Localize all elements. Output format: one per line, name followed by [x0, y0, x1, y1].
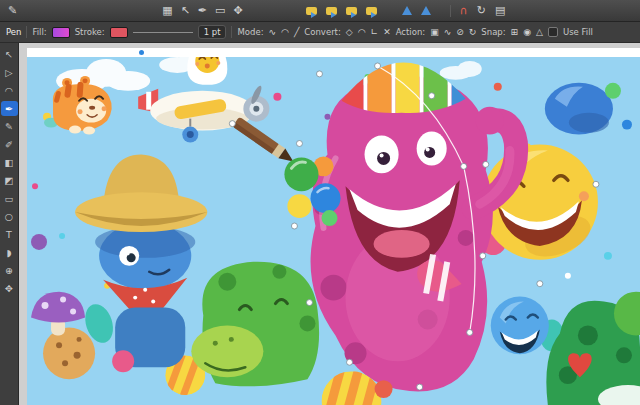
zoom-tool[interactable]: ⊕	[1, 263, 18, 278]
purple-ball	[31, 234, 47, 250]
transform-icon[interactable]: ✥	[233, 5, 242, 16]
move-tool[interactable]: ↖	[1, 47, 18, 62]
mode-line-icon[interactable]: ╱	[294, 28, 299, 37]
hand-tool[interactable]: ✥	[1, 281, 18, 296]
artboard	[27, 48, 640, 405]
artboard-icon[interactable]: ▦	[162, 5, 172, 16]
egg-pilot	[187, 57, 227, 85]
stroke-color-swatch[interactable]	[110, 27, 128, 38]
convert-corner-icon[interactable]: ∟	[371, 28, 379, 37]
brush-tool[interactable]: ✐	[1, 137, 18, 152]
context-divider	[26, 26, 27, 38]
shape-icon[interactable]: ▭	[215, 5, 225, 16]
pencil-tool[interactable]: ✎	[1, 119, 18, 134]
snap-angle-icon[interactable]: △	[536, 28, 543, 37]
insert-on-top-icon[interactable]	[346, 7, 357, 15]
misc-icon-group: ∩ ↻ ▤	[450, 5, 506, 17]
node-tool[interactable]: ▷	[1, 65, 18, 80]
corner-tool[interactable]: ◠	[1, 83, 18, 98]
transparency-tool[interactable]: ◩	[1, 173, 18, 188]
use-fill-checkbox[interactable]	[548, 27, 558, 37]
convert-label: Convert:	[304, 27, 340, 37]
tools-panel: ↖ ▷ ◠ ✒ ✎ ✐ ◧ ◩ ▭ ○ T ◗ ⊕ ✥	[0, 43, 19, 405]
insert-behind-icon[interactable]	[306, 7, 317, 15]
current-tool-label: Pen	[6, 27, 21, 37]
convert-break-icon[interactable]: ✕	[383, 28, 391, 37]
use-fill-label: Use Fill	[563, 27, 593, 37]
action-join-icon[interactable]: ⊘	[456, 28, 464, 37]
convert-smooth-icon[interactable]: ◠	[358, 28, 366, 37]
stroke-width-slider[interactable]	[133, 32, 193, 33]
illustration-area	[27, 57, 640, 405]
action-reverse-icon[interactable]: ↻	[469, 28, 477, 37]
rotate-icon[interactable]: ↻	[477, 5, 486, 16]
pink-ball	[112, 350, 134, 372]
mode-smart-icon[interactable]: ◠	[281, 28, 289, 37]
red-ball	[375, 380, 393, 398]
fill-label: Fill:	[32, 27, 46, 37]
align-horizontal-icon[interactable]	[402, 6, 412, 15]
snap-node-icon[interactable]: ◉	[523, 28, 531, 37]
context-divider	[231, 26, 232, 38]
context-toolbar: Pen Fill: Stroke: 1 pt Mode: ∿ ◠ ╱ Conve…	[0, 22, 640, 43]
pen-nib-icon[interactable]: ✒	[198, 5, 207, 16]
rectangle-tool[interactable]: ▭	[1, 191, 18, 206]
main-toolbar: ✎ ▦ ↖ ✒ ▭ ✥ ∩ ↻ ▤	[0, 0, 640, 22]
app-pencil-icon[interactable]: ✎	[8, 5, 17, 16]
snapping-magnet-icon[interactable]: ∩	[460, 5, 468, 16]
snap-grid-icon[interactable]: ⊞	[511, 28, 519, 37]
cookie	[43, 327, 95, 379]
align-vertical-icon[interactable]	[421, 6, 431, 15]
selection-icon-group: ▦ ↖ ✒ ▭ ✥	[162, 5, 242, 16]
grid-icon[interactable]: ▤	[495, 5, 505, 16]
fill-color-swatch[interactable]	[52, 27, 70, 38]
illustration-svg	[27, 57, 640, 405]
snap-label: Snap:	[481, 27, 505, 37]
canvas[interactable]	[19, 43, 640, 405]
mode-draw-icon[interactable]: ∿	[269, 28, 277, 37]
align-icon-group	[402, 6, 431, 15]
stroke-width-value[interactable]: 1 pt	[198, 25, 227, 39]
insert-target-group	[306, 7, 377, 15]
insert-inside-icon[interactable]	[326, 7, 337, 15]
action-label: Action:	[396, 27, 425, 37]
confetti-dot	[139, 50, 144, 55]
action-smooth-icon[interactable]: ∿	[444, 28, 452, 37]
fill-tool[interactable]: ◧	[1, 155, 18, 170]
toolbar-divider	[450, 5, 451, 17]
color-picker-tool[interactable]: ◗	[1, 245, 18, 260]
ellipse-tool[interactable]: ○	[1, 209, 18, 224]
action-close-curve-icon[interactable]: ▣	[430, 28, 439, 37]
text-tool[interactable]: T	[1, 227, 18, 242]
move-cursor-icon[interactable]: ↖	[181, 5, 190, 16]
mode-label: Mode:	[237, 27, 263, 37]
stroke-label: Stroke:	[75, 27, 105, 37]
select-same-icon[interactable]	[366, 7, 377, 15]
pen-tool[interactable]: ✒	[1, 101, 18, 116]
convert-sharp-icon[interactable]: ◇	[346, 28, 353, 37]
